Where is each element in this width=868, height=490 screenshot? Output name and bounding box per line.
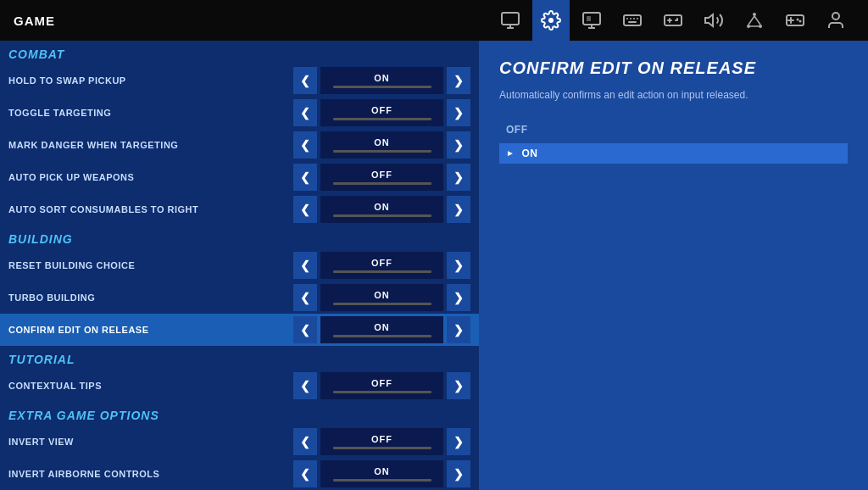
detail-option-off[interactable]: OFF — [499, 120, 848, 140]
control-group-turbo-building: ❮ ON ❯ — [293, 284, 470, 311]
setting-row-confirm-edit-on-release[interactable]: CONFIRM EDIT ON RELEASE ❮ ON ❯ — [0, 314, 479, 346]
arrow-left-mark-danger[interactable]: ❮ — [293, 131, 317, 159]
detail-title: CONFIRM EDIT ON RELEASE — [499, 58, 848, 78]
setting-row-turbo-building[interactable]: TURBO BUILDING ❮ ON ❯ — [0, 281, 479, 314]
setting-row-invert-airborne[interactable]: INVERT AIRBORNE CONTROLS ❮ ON ❯ — [0, 458, 479, 490]
setting-row-contextual-tips[interactable]: CONTEXTUAL TIPS ❮ OFF ❯ — [0, 370, 479, 402]
setting-row-reset-building[interactable]: RESET BUILDING CHOICE ❮ OFF ❯ — [0, 249, 479, 281]
value-text-hold-to-swap: ON — [374, 73, 390, 83]
network-icon-btn[interactable] — [736, 0, 773, 41]
monitor-icon — [500, 10, 520, 31]
user-icon-btn[interactable] — [817, 0, 854, 41]
user-icon — [826, 10, 846, 31]
arrow-right-auto-pick-up[interactable]: ❯ — [447, 164, 470, 191]
display-icon-btn[interactable] — [573, 0, 610, 41]
arrow-left-confirm-edit[interactable]: ❮ — [293, 316, 317, 343]
svg-line-16 — [754, 16, 760, 25]
gamepad1-icon — [663, 10, 683, 31]
arrow-left-reset-building[interactable]: ❮ — [293, 252, 317, 279]
audio-icon — [704, 10, 724, 31]
arrow-left-invert-airborne[interactable]: ❮ — [293, 460, 317, 487]
value-box-invert-airborne: ON — [320, 460, 443, 487]
arrow-right-confirm-edit[interactable]: ❯ — [447, 316, 470, 343]
detail-option-on[interactable]: ► ON — [499, 143, 848, 164]
arrow-right-invert-view[interactable]: ❯ — [447, 428, 470, 455]
value-bar-contextual-tips — [333, 391, 431, 393]
arrow-right-toggle-targeting[interactable]: ❯ — [447, 99, 470, 126]
value-box-hold-to-swap: ON — [320, 67, 443, 94]
setting-row-hold-to-swap-pickup[interactable]: HOLD TO SWAP PICKUP ❮ ON ❯ — [0, 64, 479, 97]
control-group-mark-danger: ❮ ON ❯ — [293, 131, 470, 159]
option-on-label: ON — [521, 148, 537, 159]
arrow-left-toggle-targeting[interactable]: ❮ — [293, 99, 317, 126]
setting-label-confirm-edit: CONFIRM EDIT ON RELEASE — [8, 325, 293, 335]
value-bar-auto-sort — [333, 214, 431, 217]
arrow-left-invert-view[interactable]: ❮ — [293, 428, 317, 455]
section-header-building: BUILDING — [0, 226, 479, 249]
value-bar-hold-to-swap — [333, 86, 431, 88]
value-text-invert-view: OFF — [371, 434, 392, 444]
arrow-right-turbo-building[interactable]: ❯ — [447, 284, 470, 311]
option-off-label: OFF — [506, 124, 528, 136]
svg-point-22 — [832, 13, 839, 19]
value-box-turbo-building: ON — [320, 284, 443, 311]
setting-label-hold-to-swap: HOLD TO SWAP PICKUP — [8, 75, 293, 86]
arrow-right-contextual-tips[interactable]: ❯ — [447, 372, 470, 399]
keyboard-icon-btn[interactable] — [614, 0, 651, 41]
top-navigation: GAME — [0, 0, 868, 41]
value-box-auto-sort: ON — [320, 196, 443, 223]
svg-rect-3 — [583, 13, 600, 25]
setting-label-mark-danger: MARK DANGER WHEN TARGETING — [8, 140, 293, 150]
value-box-auto-pick-up: OFF — [320, 164, 443, 191]
setting-row-auto-sort-consumables[interactable]: AUTO SORT CONSUMABLES TO RIGHT ❮ ON ❯ — [0, 193, 479, 226]
setting-label-toggle-targeting: TOGGLE TARGETING — [8, 108, 293, 118]
value-box-invert-view: OFF — [320, 428, 443, 455]
gamepad2-icon-btn[interactable] — [776, 0, 814, 41]
value-bar-confirm-edit — [333, 335, 431, 337]
arrow-right-reset-building[interactable]: ❯ — [447, 252, 470, 279]
arrow-right-invert-airborne[interactable]: ❯ — [447, 460, 470, 487]
value-box-mark-danger: ON — [320, 131, 443, 159]
arrow-left-auto-pick-up[interactable]: ❮ — [293, 164, 317, 191]
settings-scroll-area[interactable]: COMBAT HOLD TO SWAP PICKUP ❮ ON ❯ TOGGLE… — [0, 41, 479, 490]
arrow-left-auto-sort[interactable]: ❮ — [293, 196, 317, 223]
arrow-left-contextual-tips[interactable]: ❮ — [293, 372, 317, 399]
setting-label-auto-sort: AUTO SORT CONSUMABLES TO RIGHT — [8, 204, 293, 214]
value-text-toggle-targeting: OFF — [371, 105, 392, 115]
keyboard-icon — [622, 10, 643, 31]
arrow-right-mark-danger[interactable]: ❯ — [447, 131, 470, 159]
arrow-left-hold-to-swap[interactable]: ❮ — [293, 67, 317, 94]
arrow-right-hold-to-swap[interactable]: ❯ — [447, 67, 470, 94]
setting-row-auto-pick-up-weapons[interactable]: AUTO PICK UP WEAPONS ❮ OFF ❯ — [0, 161, 479, 193]
control-group-contextual-tips: ❮ OFF ❯ — [293, 372, 470, 399]
value-text-invert-airborne: ON — [374, 466, 390, 476]
settings-list-panel: COMBAT HOLD TO SWAP PICKUP ❮ ON ❯ TOGGLE… — [0, 41, 479, 490]
setting-row-toggle-targeting[interactable]: TOGGLE TARGETING ❮ OFF ❯ — [0, 97, 479, 129]
game-label: GAME — [14, 14, 55, 28]
gamepad1-icon-btn[interactable] — [654, 0, 692, 41]
svg-point-19 — [799, 20, 802, 23]
control-group-confirm-edit: ❮ ON ❯ — [293, 316, 470, 343]
detail-panel: CONFIRM EDIT ON RELEASE Automatically co… — [479, 41, 868, 490]
audio-icon-btn[interactable] — [695, 0, 732, 41]
arrow-left-turbo-building[interactable]: ❮ — [293, 284, 317, 311]
gear-icon-btn[interactable] — [532, 0, 570, 41]
main-layout: COMBAT HOLD TO SWAP PICKUP ❮ ON ❯ TOGGLE… — [0, 41, 868, 490]
control-group-auto-pick-up: ❮ OFF ❯ — [293, 164, 470, 191]
value-bar-invert-view — [333, 447, 431, 449]
setting-row-mark-danger[interactable]: MARK DANGER WHEN TARGETING ❮ ON ❯ — [0, 129, 479, 161]
value-bar-reset-building — [333, 270, 431, 273]
monitor-icon-btn[interactable] — [492, 0, 529, 41]
svg-rect-4 — [587, 16, 591, 21]
setting-row-invert-view[interactable]: INVERT VIEW ❮ OFF ❯ — [0, 426, 479, 458]
arrow-right-auto-sort[interactable]: ❯ — [447, 196, 470, 223]
control-group-reset-building: ❮ OFF ❯ — [293, 252, 470, 279]
value-text-confirm-edit: ON — [374, 322, 390, 332]
gamepad2-icon — [785, 10, 805, 31]
svg-rect-5 — [624, 15, 641, 25]
svg-point-12 — [753, 13, 756, 16]
value-text-auto-pick-up: OFF — [371, 170, 392, 180]
value-bar-auto-pick-up — [333, 182, 431, 185]
setting-label-reset-building: RESET BUILDING CHOICE — [8, 260, 293, 270]
value-text-contextual-tips: OFF — [371, 378, 392, 388]
